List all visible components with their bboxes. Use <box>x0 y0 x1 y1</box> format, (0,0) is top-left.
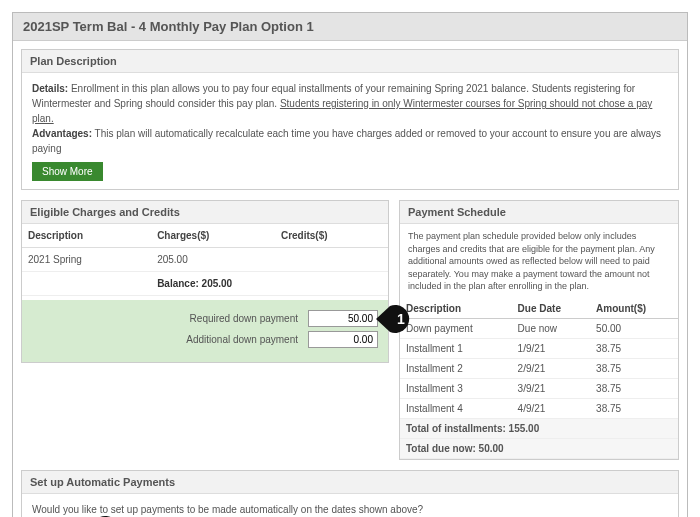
eligible-charges-header: Eligible Charges and Credits <box>22 201 388 224</box>
autopay-header: Set up Automatic Payments <box>22 471 678 494</box>
eligible-charges-panel: Eligible Charges and Credits Description… <box>21 200 389 363</box>
plan-description-header: Plan Description <box>22 50 678 73</box>
plan-description-panel: Plan Description Details: Enrollment in … <box>21 49 679 190</box>
total-installments-row: Total of installments: 155.00 <box>400 418 678 438</box>
table-row: Installment 44/9/2138.75 <box>400 398 678 418</box>
table-row: Down paymentDue now50.00 <box>400 318 678 338</box>
payment-schedule-desc: The payment plan schedule provided below… <box>400 224 678 299</box>
plan-details-text: Details: Enrollment in this plan allows … <box>32 81 668 126</box>
balance-row: Balance: 205.00 <box>22 272 388 296</box>
col-due-date: Due Date <box>512 299 590 319</box>
plan-advantages-text: Advantages: This plan will automatically… <box>32 126 668 156</box>
plan-container: 2021SP Term Bal - 4 Monthly Pay Plan Opt… <box>12 12 688 517</box>
table-row: 2021 Spring 205.00 <box>22 248 388 272</box>
charges-table: Description Charges($) Credits($) 2021 S… <box>22 224 388 296</box>
table-row: Installment 11/9/2138.75 <box>400 338 678 358</box>
additional-down-payment-label: Additional down payment <box>186 332 298 347</box>
autopay-question: Would you like to set up payments to be … <box>32 502 668 517</box>
down-payment-section: Required down payment 1 Additional down … <box>22 300 388 362</box>
page-title: 2021SP Term Bal - 4 Monthly Pay Plan Opt… <box>13 13 687 41</box>
col-description: Description <box>22 224 151 248</box>
required-down-payment-input[interactable] <box>308 310 378 327</box>
col-charges: Charges($) <box>151 224 275 248</box>
additional-down-payment-input[interactable] <box>308 331 378 348</box>
table-row: Installment 22/9/2138.75 <box>400 358 678 378</box>
schedule-table: Description Due Date Amount($) Down paym… <box>400 299 678 459</box>
payment-schedule-header: Payment Schedule <box>400 201 678 224</box>
total-due-row: Total due now: 50.00 <box>400 438 678 458</box>
col-sched-desc: Description <box>400 299 512 319</box>
autopay-panel: Set up Automatic Payments Would you like… <box>21 470 679 517</box>
table-row: Installment 33/9/2138.75 <box>400 378 678 398</box>
payment-schedule-panel: Payment Schedule The payment plan schedu… <box>399 200 679 460</box>
col-credits: Credits($) <box>275 224 388 248</box>
show-more-button[interactable]: Show More <box>32 162 103 181</box>
required-down-payment-label: Required down payment <box>190 311 298 326</box>
col-amount: Amount($) <box>590 299 678 319</box>
